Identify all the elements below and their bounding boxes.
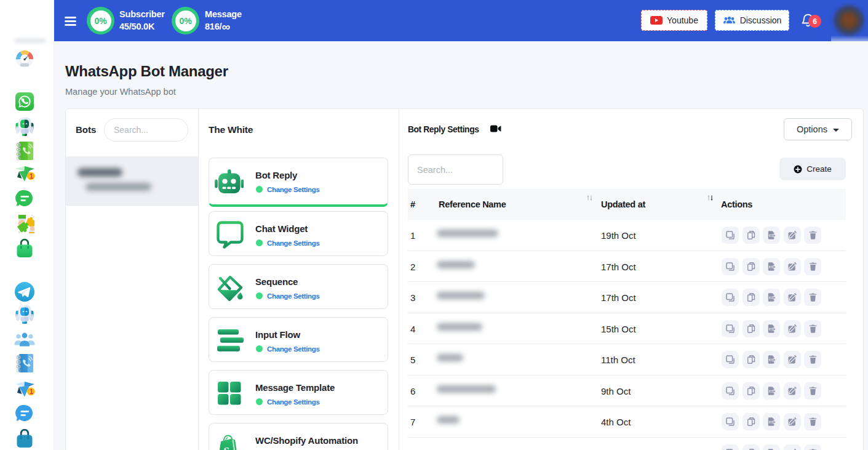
svg-text:S: S — [224, 445, 229, 450]
svg-text:1: 1 — [30, 173, 33, 180]
svg-text:1: 1 — [30, 388, 33, 395]
